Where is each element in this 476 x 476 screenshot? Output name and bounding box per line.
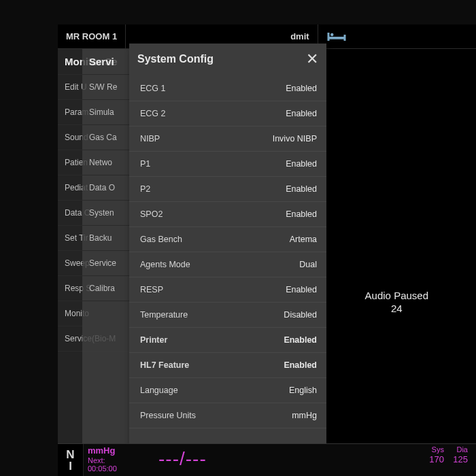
audio-status: Audio Paused 24 — [365, 290, 428, 314]
nibp-timer: 00:05:00 — [88, 464, 472, 473]
nibp-unit: mmHg — [88, 445, 115, 456]
config-label: ECG 2 — [140, 109, 166, 118]
config-label: Temperature — [140, 310, 188, 320]
config-row-spo2[interactable]: SPO2Enabled — [129, 202, 326, 227]
close-icon[interactable]: ✕ — [306, 50, 318, 68]
config-value: Enabled — [286, 184, 317, 194]
config-value: Artema — [290, 235, 317, 244]
system-config-panel: System Config ✕ ECG 1EnabledECG 2Enabled… — [129, 44, 326, 476]
config-row-ecg-1[interactable]: ECG 1Enabled — [129, 76, 326, 101]
config-value: mmHg — [292, 411, 317, 420]
config-value: Disabled — [284, 310, 317, 320]
config-value: Enabled — [284, 335, 317, 345]
config-row-printer[interactable]: PrinterEnabled — [129, 328, 326, 353]
config-label: Agents Mode — [140, 260, 190, 269]
config-value: Enabled — [286, 209, 317, 219]
config-label: Gas Bench — [140, 235, 182, 244]
audio-paused-label: Audio Paused — [365, 290, 428, 301]
config-row-pressure-units[interactable]: Pressure UnitsmmHg — [129, 403, 326, 428]
sys-value: 170 — [422, 454, 444, 465]
config-label: P1 — [140, 159, 150, 169]
config-row-temperature[interactable]: TemperatureDisabled — [129, 303, 326, 328]
config-value: Enabled — [286, 84, 317, 93]
config-label: Pressure Units — [140, 411, 196, 420]
config-label: Printer — [140, 335, 167, 345]
nibp-bar: N I mmHg Next: 00:05:00 ---/--- Sys Dia … — [58, 443, 476, 476]
config-row-language[interactable]: LanguageEnglish — [129, 378, 326, 403]
config-value: Enabled — [286, 285, 317, 294]
config-value: Enabled — [284, 360, 317, 370]
nibp-tile-label[interactable]: N I — [58, 444, 84, 476]
screen: MR ROOM 1 dmit Monitor Se Edit U Param S… — [58, 24, 476, 476]
config-row-p1[interactable]: P1Enabled — [129, 152, 326, 177]
system-config-list: ECG 1EnabledECG 2EnabledNIBPInvivo NIBPP… — [129, 76, 326, 476]
dia-label: Dia — [446, 445, 468, 454]
config-label: P2 — [140, 184, 150, 194]
nibp-readout[interactable]: mmHg Next: 00:05:00 ---/--- Sys Dia 170 … — [84, 444, 476, 476]
config-row-resp[interactable]: RESPEnabled — [129, 277, 326, 303]
audio-countdown: 24 — [365, 303, 428, 314]
room-label[interactable]: MR ROOM 1 — [58, 24, 126, 48]
config-label: NIBP — [140, 134, 160, 143]
config-value: English — [289, 386, 317, 395]
config-label: ECG 1 — [140, 84, 166, 93]
config-value: Invivo NIBP — [273, 134, 317, 143]
config-row-agents-mode[interactable]: Agents ModeDual — [129, 252, 326, 277]
config-row-p2[interactable]: P2Enabled — [129, 177, 326, 202]
monitor-bezel: MR ROOM 1 dmit Monitor Se Edit U Param S… — [0, 0, 476, 476]
ni-letter-n: N — [66, 449, 74, 460]
config-value: Enabled — [286, 159, 317, 169]
config-label: HL7 Feature — [140, 360, 189, 370]
config-label: RESP — [140, 285, 163, 294]
config-row-hl7-feature[interactable]: HL7 FeatureEnabled — [129, 353, 326, 378]
config-label: Language — [140, 386, 178, 395]
config-row-gas-bench[interactable]: Gas BenchArtema — [129, 227, 326, 252]
nibp-next-label: Next: — [88, 456, 472, 464]
config-row-ecg-2[interactable]: ECG 2Enabled — [129, 101, 326, 126]
sys-label: Sys — [422, 445, 444, 454]
config-value: Dual — [299, 260, 317, 269]
config-label: SPO2 — [140, 209, 163, 219]
nibp-reading: ---/--- — [158, 448, 207, 470]
ni-letter-i: I — [69, 460, 72, 472]
config-row-nibp[interactable]: NIBPInvivo NIBP — [129, 126, 326, 152]
dia-value: 125 — [446, 454, 468, 465]
config-value: Enabled — [286, 109, 317, 118]
system-config-title: System Config — [137, 53, 214, 65]
